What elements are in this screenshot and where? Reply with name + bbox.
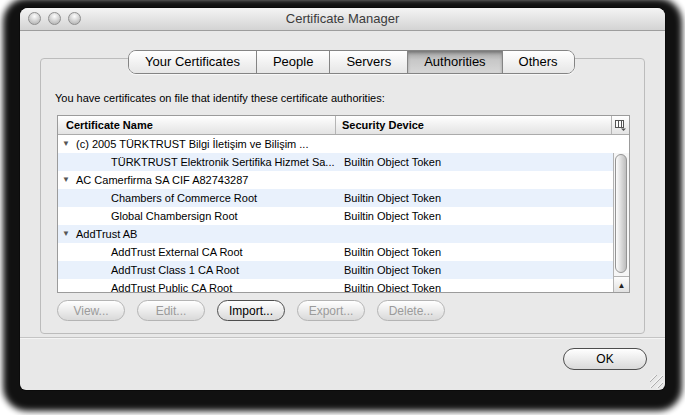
certificate-name: Chambers of Commerce Root — [111, 189, 257, 207]
certificate-name: (c) 2005 TÜRKTRUST Bilgi İletişim ve Bil… — [76, 135, 308, 153]
tab[interactable]: Servers — [329, 51, 407, 73]
tab[interactable]: Authorities — [407, 51, 501, 73]
tab-label: Your Certificates — [145, 54, 240, 69]
table-row[interactable]: ▼AddTrust Public CA Root Builtin Object … — [58, 279, 629, 292]
security-device-cell: Builtin Object Token — [337, 261, 629, 279]
tab[interactable]: Others — [502, 51, 574, 73]
tab-label: People — [273, 54, 313, 69]
scroll-up-button[interactable]: ▲ — [614, 276, 629, 292]
certificate-name-cell: ▼Chambers of Commerce Root — [58, 189, 337, 207]
table-row[interactable]: ▼AddTrust Class 1 CA Root Builtin Object… — [58, 261, 629, 279]
action-button[interactable]: Delete... — [377, 300, 445, 321]
certificate-name: TÜRKTRUST Elektronik Sertifika Hizmet Sa… — [111, 153, 335, 171]
action-button[interactable]: Export... — [297, 300, 365, 321]
table-header: Certificate Name Security Device — [58, 116, 629, 135]
action-buttons: View... Edit... Import... Export... Dele… — [57, 300, 457, 321]
table-row[interactable]: ▼AddTrust AB — [58, 225, 629, 243]
security-device-cell: Builtin Object Token — [337, 279, 629, 292]
tab-bar: Your Certificates People Servers Authori… — [128, 50, 575, 74]
security-device-cell: Builtin Object Token — [337, 207, 629, 225]
action-button[interactable]: Edit... — [137, 300, 205, 321]
security-device-cell: Builtin Object Token — [337, 189, 629, 207]
certificate-name: AddTrust Public CA Root — [111, 279, 232, 292]
certificate-name-cell: ▼TÜRKTRUST Elektronik Sertifika Hizmet S… — [58, 153, 337, 171]
table-row[interactable]: ▼Chambers of Commerce Root Builtin Objec… — [58, 189, 629, 207]
certificate-name: AddTrust AB — [76, 225, 137, 243]
disclosure-triangle-icon[interactable]: ▼ — [62, 171, 76, 189]
tab[interactable]: Your Certificates — [129, 51, 256, 73]
table-row[interactable]: ▼(c) 2005 TÜRKTRUST Bilgi İletişim ve Bi… — [58, 135, 629, 153]
resize-grip-icon[interactable] — [650, 375, 663, 388]
action-button-label: View... — [73, 304, 108, 318]
certificate-name: AC Camerfirma SA CIF A82743287 — [76, 171, 248, 189]
vertical-scrollbar[interactable]: ▲ ▼ — [613, 153, 629, 292]
tab-label: Authorities — [424, 54, 485, 69]
tab-label: Servers — [346, 54, 391, 69]
table-row[interactable]: ▼Global Chambersign Root Builtin Object … — [58, 207, 629, 225]
certificate-name: AddTrust External CA Root — [111, 243, 243, 261]
security-device-cell — [337, 171, 629, 189]
action-button-label: Delete... — [389, 304, 434, 318]
table-row[interactable]: ▼TÜRKTRUST Elektronik Sertifika Hizmet S… — [58, 153, 629, 171]
column-picker-icon — [615, 120, 627, 131]
certificate-name-cell: ▼(c) 2005 TÜRKTRUST Bilgi İletişim ve Bi… — [58, 135, 337, 153]
action-button[interactable]: Import... — [217, 300, 285, 321]
scrollbar-thumb[interactable] — [615, 154, 627, 273]
certificate-name-cell: ▼Global Chambersign Root — [58, 207, 337, 225]
certificate-name-cell: ▼AddTrust AB — [58, 225, 337, 243]
certificates-list: ▼(c) 2005 TÜRKTRUST Bilgi İletişim ve Bi… — [58, 135, 629, 292]
window-title: Certificate Manager — [20, 8, 665, 30]
certificates-table: Certificate Name Security Device ▼(c) 20… — [57, 115, 630, 293]
table-row[interactable]: ▼AddTrust External CA Root Builtin Objec… — [58, 243, 629, 261]
column-header-security-device[interactable]: Security Device — [336, 116, 611, 134]
action-button-label: Edit... — [156, 304, 187, 318]
screenshot-background: Certificate Manager Your Certificates Pe… — [0, 0, 685, 415]
disclosure-triangle-icon[interactable]: ▼ — [62, 225, 76, 243]
ok-button[interactable]: OK — [563, 348, 647, 370]
window-titlebar[interactable]: Certificate Manager — [20, 8, 665, 31]
security-device-cell — [337, 225, 629, 243]
column-picker-button[interactable] — [611, 116, 629, 134]
action-button-label: Import... — [229, 304, 273, 318]
footer-divider — [20, 337, 665, 339]
tab-label: Others — [519, 54, 558, 69]
disclosure-triangle-icon[interactable]: ▼ — [62, 135, 76, 153]
security-device-cell — [337, 135, 629, 153]
certificate-manager-window: Certificate Manager Your Certificates Pe… — [20, 8, 665, 390]
certificate-name: Global Chambersign Root — [111, 207, 238, 225]
certificate-name-cell: ▼AddTrust Class 1 CA Root — [58, 261, 337, 279]
certificate-name-cell: ▼AC Camerfirma SA CIF A82743287 — [58, 171, 337, 189]
security-device-cell: Builtin Object Token — [337, 243, 629, 261]
tab[interactable]: People — [256, 51, 329, 73]
certificate-name: AddTrust Class 1 CA Root — [111, 261, 239, 279]
certificate-name-cell: ▼AddTrust External CA Root — [58, 243, 337, 261]
description-text: You have certificates on file that ident… — [55, 92, 385, 104]
certificate-name-cell: ▼AddTrust Public CA Root — [58, 279, 337, 292]
column-header-certificate-name[interactable]: Certificate Name — [58, 116, 336, 134]
security-device-cell: Builtin Object Token — [337, 153, 629, 171]
action-button[interactable]: View... — [57, 300, 125, 321]
table-row[interactable]: ▼AC Camerfirma SA CIF A82743287 — [58, 171, 629, 189]
action-button-label: Export... — [309, 304, 354, 318]
